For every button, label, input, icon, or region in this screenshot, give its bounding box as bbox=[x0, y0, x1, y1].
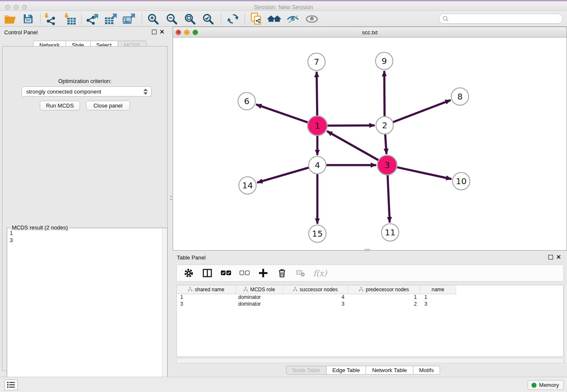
tab-motifs[interactable]: Motifs bbox=[413, 366, 440, 375]
graph-node-label: 15 bbox=[312, 229, 322, 239]
export-image-button[interactable] bbox=[121, 12, 137, 26]
deselect-all-button[interactable] bbox=[239, 267, 250, 279]
network-resize-grip[interactable] bbox=[364, 249, 370, 251]
table-cell[interactable]: 1 bbox=[348, 294, 420, 301]
graph-node-label: 10 bbox=[456, 176, 466, 186]
graph-edge-1-6[interactable] bbox=[256, 105, 308, 122]
table-horizontal-scrollbar[interactable] bbox=[176, 358, 564, 363]
search-input[interactable] bbox=[449, 14, 562, 23]
show-all-button[interactable] bbox=[304, 12, 319, 26]
graph-edge-2-3[interactable] bbox=[385, 134, 386, 154]
copy-network-button[interactable] bbox=[248, 12, 264, 26]
table-cell-filler bbox=[456, 301, 563, 307]
graph-edge-2-9[interactable] bbox=[384, 71, 385, 116]
graph-node-label: 2 bbox=[382, 120, 388, 130]
table-cell[interactable]: 1 bbox=[420, 294, 456, 301]
graph-node-label: 4 bbox=[315, 160, 320, 170]
graph-edge-1-7[interactable] bbox=[317, 72, 317, 116]
network-graph[interactable]: 1234678910111415 bbox=[173, 38, 567, 250]
control-panel-header: Control Panel ✕ bbox=[0, 27, 170, 38]
mcds-result-list[interactable]: 13 bbox=[7, 228, 162, 389]
close-table-panel-icon[interactable]: ✕ bbox=[556, 254, 561, 260]
table-cell[interactable]: 3 bbox=[283, 301, 348, 307]
float-table-panel-icon[interactable] bbox=[548, 255, 553, 259]
zoom-in-button[interactable] bbox=[146, 12, 161, 26]
close-panel-button[interactable]: Close panel bbox=[86, 101, 130, 110]
float-panel-icon[interactable] bbox=[152, 30, 157, 34]
import-network-icon bbox=[44, 13, 56, 25]
import-table-button[interactable] bbox=[62, 12, 77, 26]
zoom-selected-icon bbox=[202, 13, 214, 25]
network-canvas[interactable]: 1234678910111415 bbox=[173, 38, 567, 250]
column-header-successor-nodes[interactable]: successor nodes bbox=[283, 285, 348, 294]
table-cell[interactable]: 3 bbox=[177, 301, 236, 307]
search-box bbox=[439, 14, 563, 24]
graph-node-label: 6 bbox=[244, 96, 250, 106]
export-table-button[interactable] bbox=[103, 12, 118, 26]
node-table: shared name MCDS role successor nodes pr… bbox=[176, 285, 564, 357]
table-tabbar: Node Table Edge Table Network Table Moti… bbox=[286, 366, 440, 375]
table-cell[interactable]: 4 bbox=[283, 294, 348, 301]
table-cell[interactable]: 3 bbox=[420, 301, 456, 307]
memory-button[interactable]: Memory bbox=[528, 380, 564, 390]
export-network-button[interactable] bbox=[85, 12, 100, 26]
unchecked-boxes-icon bbox=[239, 271, 250, 276]
function-builder-button[interactable]: f(x) bbox=[313, 268, 327, 278]
table-settings-button[interactable] bbox=[183, 267, 195, 279]
node-table-header: shared name MCDS role successor nodes pr… bbox=[177, 285, 563, 294]
checked-boxes-icon bbox=[221, 271, 231, 276]
run-mcds-button[interactable]: Run MCDS bbox=[40, 101, 80, 110]
vertical-splitter[interactable] bbox=[170, 27, 173, 377]
graph-edge-3-11[interactable] bbox=[388, 175, 390, 223]
table-cell[interactable]: 2 bbox=[348, 301, 420, 307]
tree-icon bbox=[359, 287, 363, 292]
task-history-button[interactable] bbox=[4, 379, 18, 390]
tab-edge-table[interactable]: Edge Table bbox=[327, 366, 366, 375]
select-all-button[interactable] bbox=[220, 267, 232, 279]
split-columns-button[interactable] bbox=[201, 267, 213, 279]
table-panel-title: Table Panel bbox=[177, 254, 206, 261]
graph-edge-1-2[interactable] bbox=[328, 125, 375, 126]
table-row[interactable]: 1dominator411 bbox=[177, 294, 563, 301]
table-vertical-scrollbar[interactable] bbox=[564, 285, 567, 363]
graph-edge-3-1[interactable] bbox=[327, 131, 378, 160]
mcds-result-scrollbar[interactable] bbox=[162, 228, 167, 389]
open-session-button[interactable] bbox=[3, 12, 18, 26]
memory-status-icon bbox=[531, 383, 537, 388]
tab-node-table[interactable]: Node Table bbox=[286, 366, 327, 375]
table-cell[interactable]: dominator bbox=[236, 301, 283, 307]
table-cell[interactable]: dominator bbox=[236, 294, 283, 301]
zoom-selected-button[interactable] bbox=[201, 12, 216, 26]
table-row[interactable]: 3dominator323 bbox=[177, 301, 563, 307]
criterion-dropdown[interactable]: strongly connected component bbox=[22, 86, 151, 97]
graph-edge-4-14[interactable] bbox=[257, 168, 309, 182]
zoom-out-button[interactable] bbox=[164, 12, 179, 26]
table-cell[interactable]: 1 bbox=[177, 294, 236, 301]
graph-edge-2-8[interactable] bbox=[393, 100, 451, 122]
column-header-name[interactable]: name bbox=[420, 285, 456, 294]
mcds-result-item[interactable]: 3 bbox=[10, 237, 162, 244]
tab-network-table[interactable]: Network Table bbox=[366, 366, 413, 375]
column-header-mcds-role[interactable]: MCDS role bbox=[236, 285, 283, 294]
home-layout-button[interactable] bbox=[267, 12, 282, 26]
import-network-button[interactable] bbox=[42, 12, 58, 26]
graph-edge-3-10[interactable] bbox=[397, 167, 451, 179]
eye-icon bbox=[306, 15, 318, 23]
memory-label: Memory bbox=[539, 382, 559, 388]
window-title: Session: New Session bbox=[0, 4, 567, 11]
export-network-icon bbox=[86, 13, 99, 25]
control-panel: Control Panel ✕ Network Style Select MCD… bbox=[0, 27, 170, 377]
eye-slash-icon bbox=[287, 15, 299, 23]
add-column-button[interactable] bbox=[257, 267, 269, 279]
network-window-titlebar[interactable]: ✕ − + scc.txt bbox=[173, 27, 567, 38]
refresh-view-button[interactable] bbox=[225, 12, 240, 26]
save-session-button[interactable] bbox=[20, 12, 36, 26]
column-header-predecessor-nodes[interactable]: predecessor nodes bbox=[348, 285, 420, 294]
delete-table-button[interactable] bbox=[295, 267, 306, 279]
column-header-shared-name[interactable]: shared name bbox=[177, 285, 236, 294]
delete-column-button[interactable] bbox=[276, 267, 288, 279]
toolbar-separator bbox=[221, 13, 221, 25]
hide-selected-button[interactable] bbox=[285, 12, 300, 26]
zoom-fit-button[interactable] bbox=[182, 12, 198, 26]
close-panel-icon[interactable]: ✕ bbox=[160, 28, 165, 35]
